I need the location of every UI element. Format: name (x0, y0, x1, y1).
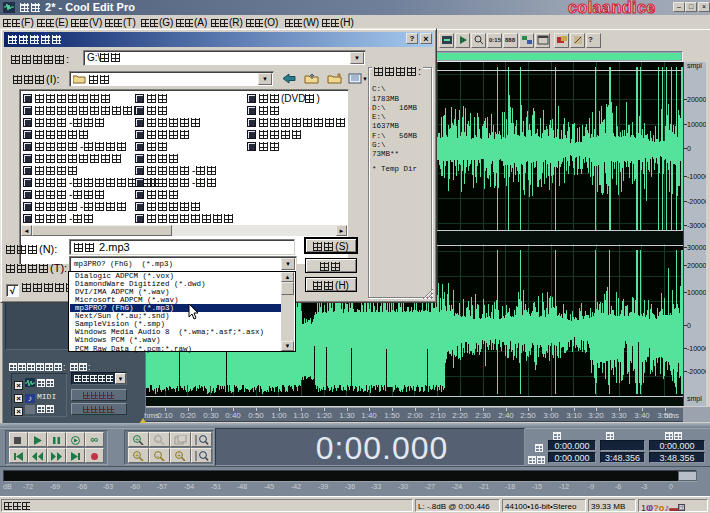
svg-text:+: + (135, 452, 139, 459)
svg-text:+: + (135, 436, 139, 443)
svg-text:-: - (157, 452, 160, 459)
svg-text:-: - (157, 436, 160, 443)
svg-text:+: + (177, 452, 181, 459)
